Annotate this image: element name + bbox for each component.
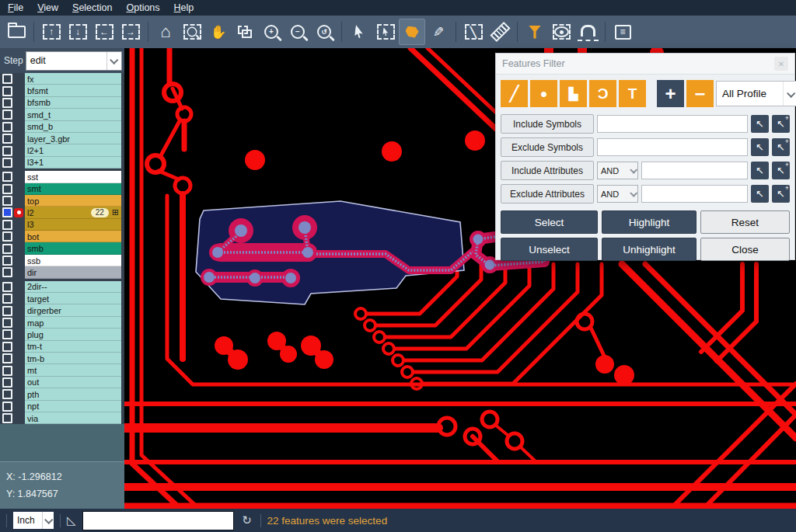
paint-brush-button[interactable]	[425, 19, 452, 45]
layer-label[interactable]: smb	[25, 242, 121, 254]
add-mode-button[interactable]	[657, 80, 684, 107]
dialog-title-bar[interactable]: Features Filter	[496, 54, 794, 75]
layer-checkbox[interactable]	[2, 158, 12, 168]
angle-measure-icon[interactable]	[67, 513, 76, 527]
layer-checkbox[interactable]	[2, 413, 12, 423]
layer-label[interactable]: tm-b	[25, 353, 121, 364]
pan-left-button[interactable]	[91, 19, 117, 45]
pick-button[interactable]	[751, 138, 769, 156]
highlight-button[interactable]: Highlight	[602, 210, 696, 234]
layer-checkbox[interactable]	[2, 342, 12, 352]
menu-selection[interactable]: Selection	[68, 1, 121, 16]
pick-button[interactable]	[751, 162, 769, 179]
select-pointer-button[interactable]	[346, 19, 372, 45]
exclude-attributes-button[interactable]: Exclude Attributes	[501, 184, 594, 203]
zoom-selection-button[interactable]	[232, 19, 258, 45]
remove-mode-button[interactable]	[686, 80, 714, 107]
snap-button[interactable]	[574, 19, 601, 45]
layer-label[interactable]: dir	[25, 266, 121, 278]
and-or-dropdown[interactable]: AND	[597, 162, 638, 179]
pick-add-button[interactable]	[772, 162, 790, 179]
layer-label[interactable]: mt	[25, 364, 121, 376]
command-input[interactable]	[82, 511, 234, 530]
surface-feature-button[interactable]	[560, 80, 587, 107]
zoom-previous-button[interactable]	[311, 19, 337, 45]
pan-up-button[interactable]	[38, 19, 65, 45]
text-feature-button[interactable]	[619, 80, 646, 107]
layer-label[interactable]: layer_3.gbr	[25, 133, 121, 144]
ruler-button[interactable]	[487, 19, 513, 45]
layer-label[interactable]: l3	[25, 219, 121, 231]
layer-checkbox[interactable]	[2, 207, 12, 217]
layer-checkbox[interactable]	[2, 318, 12, 328]
pan-down-button[interactable]	[65, 19, 91, 45]
layer-checkbox[interactable]	[2, 196, 12, 206]
layer-label[interactable]: smt	[25, 183, 121, 195]
rect-select-button[interactable]	[372, 19, 399, 45]
layer-label[interactable]: ssb	[25, 255, 121, 266]
layer-checkbox[interactable]	[2, 353, 12, 363]
polygon-select-button[interactable]	[399, 19, 425, 45]
layer-label[interactable]: dirgerber	[25, 304, 121, 316]
layer-label[interactable]: 2dir--	[25, 281, 121, 293]
pick-button[interactable]	[751, 185, 769, 203]
layer-checkbox[interactable]	[2, 366, 12, 376]
open-file-button[interactable]	[3, 19, 30, 45]
step-dropdown[interactable]: edit	[26, 51, 122, 71]
unit-dropdown[interactable]: Inch	[13, 512, 54, 529]
refresh-icon[interactable]	[240, 513, 254, 527]
line-feature-button[interactable]	[501, 80, 528, 107]
layer-checkbox[interactable]	[2, 146, 12, 156]
grid-icon[interactable]	[112, 207, 119, 217]
layer-checkbox[interactable]	[2, 134, 12, 144]
circle-feature-button[interactable]	[530, 80, 557, 107]
layer-label[interactable]: tm-t	[25, 341, 121, 353]
layer-checkbox[interactable]	[2, 231, 12, 242]
layer-label[interactable]: bfsmb	[25, 97, 121, 109]
pan-hand-button[interactable]	[205, 19, 232, 45]
layer-label[interactable]: target	[25, 293, 121, 304]
close-button[interactable]: Close	[700, 238, 790, 261]
zoom-out-button[interactable]	[285, 19, 311, 45]
layer-label[interactable]: via	[25, 412, 121, 424]
layer-label[interactable]: fx	[25, 73, 121, 85]
pick-add-button[interactable]	[772, 185, 790, 203]
layer-checkbox[interactable]	[2, 329, 12, 339]
layer-checkbox[interactable]	[2, 282, 12, 292]
layer-checkbox[interactable]	[2, 377, 12, 388]
layer-label[interactable]: l222	[25, 207, 121, 218]
layer-checkbox[interactable]	[2, 402, 12, 412]
layer-label[interactable]: l2+1	[25, 144, 121, 156]
layer-checkbox[interactable]	[2, 74, 12, 84]
dialog-close-icon[interactable]	[774, 57, 788, 71]
layer-checkbox[interactable]	[2, 256, 12, 266]
layer-checkbox[interactable]	[2, 86, 12, 96]
menu-options[interactable]: Options	[121, 1, 169, 16]
layer-label[interactable]: bfsmt	[25, 85, 121, 96]
measure-line-button[interactable]	[460, 19, 487, 45]
zoom-in-button[interactable]	[258, 19, 285, 45]
layer-checkbox[interactable]	[2, 267, 12, 277]
profile-dropdown[interactable]: All Profile	[716, 81, 796, 106]
layer-checkbox[interactable]	[2, 98, 12, 108]
include-attributes-input[interactable]	[641, 162, 748, 179]
layer-label[interactable]: map	[25, 317, 121, 329]
layer-label[interactable]: top	[25, 195, 121, 207]
unhighlight-button[interactable]: Unhighlight	[602, 238, 696, 261]
features-filter-button[interactable]	[522, 19, 548, 45]
layer-checkbox[interactable]	[2, 184, 12, 194]
menu-help[interactable]: Help	[169, 1, 204, 16]
layer-label[interactable]: l3+1	[25, 157, 121, 169]
layer-label[interactable]: sst	[25, 171, 121, 183]
zoom-area-button[interactable]	[179, 19, 205, 45]
exclude-symbols-input[interactable]	[597, 138, 748, 156]
home-view-button[interactable]	[152, 19, 179, 45]
pick-add-button[interactable]	[772, 138, 790, 156]
include-symbols-button[interactable]: Include Symbols	[501, 114, 594, 134]
layer-checkbox[interactable]	[2, 244, 12, 254]
layers-panel-button[interactable]	[609, 19, 636, 45]
layer-label[interactable]: out	[25, 377, 121, 388]
layer-label[interactable]: npt	[25, 401, 121, 412]
layer-label[interactable]: smd_t	[25, 109, 121, 120]
include-attributes-button[interactable]: Include Attributes	[501, 161, 594, 180]
